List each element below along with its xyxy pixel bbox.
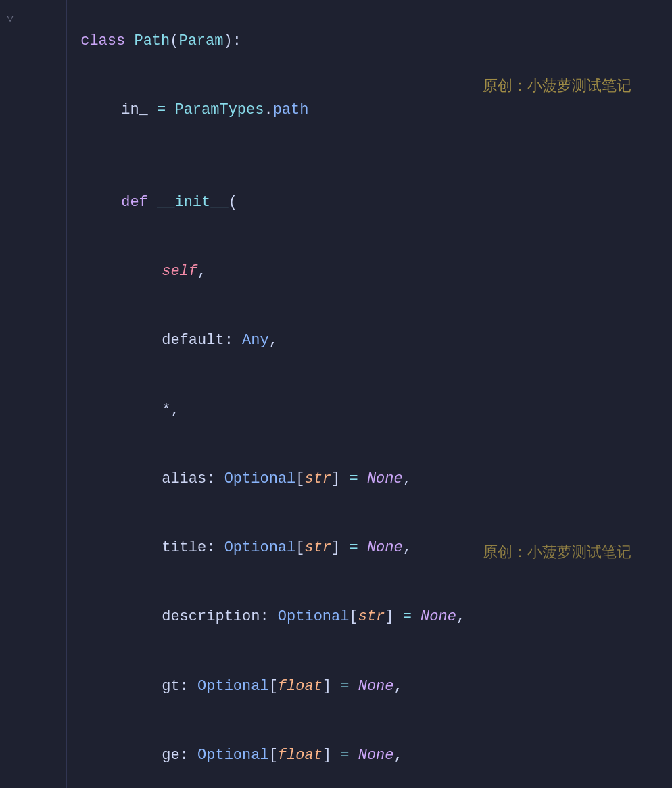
param-ge: ge: [162, 747, 179, 764]
param-default: default: [162, 332, 224, 349]
equals-1: =: [157, 101, 166, 118]
none-ge: None: [358, 747, 394, 764]
code-line-description: description: Optional[str] = None,: [27, 583, 658, 651]
dot-1: .: [264, 101, 272, 118]
param-title: title: [162, 539, 206, 556]
line-in: in_ = ParamTypes.path: [0, 76, 672, 145]
code-line-empty-1: [27, 145, 658, 168]
param-gt: gt: [162, 678, 179, 695]
gutter-fold: ▽: [0, 11, 20, 28]
colon-default: :: [224, 332, 233, 349]
keyword-class: class: [80, 32, 125, 49]
type-optional-title: Optional: [224, 539, 296, 556]
code-line-star: *,: [27, 376, 658, 445]
code-line-2: in_ = ParamTypes.path: [27, 76, 658, 145]
type-float-gt: float: [278, 678, 322, 695]
line-default: default: Any,: [0, 306, 672, 375]
colon-1: :: [233, 32, 241, 49]
keyword-def: def: [121, 194, 148, 211]
line-description: description: Optional[str] = None,: [0, 583, 672, 651]
class-name: Path: [134, 32, 170, 49]
line-alias: alias: Optional[str] = None,: [0, 445, 672, 514]
line-class-def: ▽ class Path(Param):: [0, 7, 672, 76]
code-line-ge: ge: Optional[float] = None,: [27, 721, 658, 788]
code-line-1: class Path(Param):: [27, 7, 658, 76]
code-line-alias: alias: Optional[str] = None,: [27, 445, 658, 514]
type-optional-gt: Optional: [197, 678, 269, 695]
path-val: path: [273, 101, 309, 118]
type-str-title: str: [304, 539, 331, 556]
none-gt: None: [358, 678, 394, 695]
type-optional-alias: Optional: [224, 470, 296, 487]
in-label: in_: [121, 101, 148, 118]
star-sep: *: [162, 401, 170, 418]
none-alias: None: [367, 470, 403, 487]
self-keyword: self: [162, 263, 197, 280]
paren-def-open: (: [229, 194, 237, 211]
code-line-default: default: Any,: [27, 306, 658, 375]
type-optional-ge: Optional: [197, 747, 269, 764]
line-title: title: Optional[str] = None,: [0, 514, 672, 583]
line-def: def __init__(: [0, 168, 672, 237]
comma-star: ,: [170, 401, 179, 418]
comma-default: ,: [269, 332, 278, 349]
comma-self: ,: [197, 263, 206, 280]
init-method: __init__: [157, 194, 229, 211]
paramtypes: ParamTypes: [174, 101, 264, 118]
line-gt: gt: Optional[float] = None,: [0, 652, 672, 721]
type-str-desc: str: [358, 608, 385, 625]
line-ge: ge: Optional[float] = None,: [0, 721, 672, 788]
code-line-gt: gt: Optional[float] = None,: [27, 652, 658, 721]
code-line-def: def __init__(: [27, 168, 658, 237]
paren-open: (: [170, 32, 178, 49]
none-title: None: [367, 539, 403, 556]
none-description: None: [421, 608, 456, 625]
type-float-ge: float: [278, 747, 322, 764]
type-optional-desc: Optional: [278, 608, 350, 625]
code-line-title: title: Optional[str] = None,: [27, 514, 658, 583]
param-alias: alias: [162, 470, 206, 487]
param-description: description: [162, 608, 260, 625]
type-any-default: Any: [242, 332, 269, 349]
fold-arrow-class[interactable]: ▽: [7, 11, 14, 28]
paren-close: ): [223, 32, 232, 49]
code-line-self: self,: [27, 237, 658, 306]
line-self: self,: [0, 237, 672, 306]
line-star: *,: [0, 376, 672, 445]
code-container: 原创：小菠萝测试笔记 原创：小菠萝测试笔记 ▽ class Path(Param…: [0, 0, 672, 788]
parent-class: Param: [178, 32, 223, 49]
type-str-alias: str: [304, 470, 331, 487]
line-empty-1: [0, 145, 672, 168]
